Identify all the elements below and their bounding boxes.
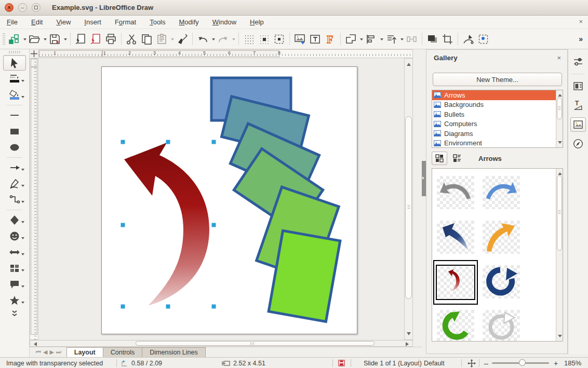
- distribute-button[interactable]: [405, 32, 419, 47]
- scroll-up-icon[interactable]: [407, 61, 411, 66]
- gallery-close-icon[interactable]: ×: [557, 54, 561, 62]
- print-button[interactable]: [104, 32, 118, 47]
- align-dropdown-caret[interactable]: [380, 38, 383, 42]
- window-maximize-button[interactable]: [32, 3, 41, 12]
- flowchart-caret[interactable]: [21, 269, 24, 273]
- vertical-ruler[interactable]: [30, 58, 38, 340]
- zoom-slider[interactable]: [492, 358, 549, 368]
- scroll-right-icon[interactable]: [406, 342, 411, 346]
- selection-handle[interactable]: [166, 305, 170, 309]
- horizontal-ruler[interactable]: 1 1 2 3 4 5 6 7 8: [38, 49, 413, 58]
- new-dropdown-caret[interactable]: [23, 38, 26, 42]
- menu-tools[interactable]: Tools: [143, 16, 172, 28]
- expand-toolbar-button[interactable]: [3, 309, 26, 318]
- ellipse-tool[interactable]: [3, 140, 26, 155]
- connectors-tool[interactable]: [3, 192, 26, 208]
- window-close-button[interactable]: ×: [5, 3, 14, 12]
- scroll-down-icon[interactable]: [407, 332, 411, 337]
- document-modified-icon[interactable]: [338, 358, 345, 368]
- stars-caret[interactable]: [21, 302, 24, 305]
- theme-backgrounds[interactable]: Backgrounds: [432, 100, 563, 110]
- undo-dropdown-caret[interactable]: [212, 38, 215, 42]
- clone-formatting-button[interactable]: [175, 32, 189, 47]
- symbol-shapes-tool[interactable]: [3, 228, 26, 244]
- theme-environment[interactable]: Environment: [432, 139, 563, 148]
- transformations-dropdown-caret[interactable]: [360, 38, 363, 42]
- fill-color-caret[interactable]: [21, 96, 24, 100]
- zoom-slider-track[interactable]: [492, 362, 549, 364]
- insert-line-tool[interactable]: [3, 107, 26, 123]
- paste-dropdown-caret[interactable]: [171, 38, 174, 42]
- export-pdf-button[interactable]: [89, 32, 103, 47]
- sidebar-tab-properties[interactable]: [570, 54, 586, 69]
- redo-dropdown-caret[interactable]: [232, 38, 235, 42]
- save-button[interactable]: [48, 32, 62, 47]
- curves-caret[interactable]: [21, 185, 24, 188]
- horizontal-scroll-thumb[interactable]: [136, 341, 375, 346]
- theme-list-scrollbar[interactable]: [556, 90, 563, 147]
- callouts-caret[interactable]: [21, 285, 24, 289]
- sidebar-tab-shapes[interactable]: T: [570, 98, 586, 113]
- selection-handle[interactable]: [166, 140, 170, 144]
- toolbar-grip[interactable]: [3, 33, 5, 45]
- menu-format[interactable]: Format: [108, 16, 143, 28]
- theme-computers[interactable]: Computers: [432, 119, 563, 129]
- copy-button[interactable]: [140, 32, 154, 47]
- block-arrows-caret[interactable]: [21, 253, 24, 257]
- selection-handle[interactable]: [212, 140, 216, 144]
- menu-view[interactable]: View: [49, 16, 77, 28]
- sidebar-splitter[interactable]: [422, 49, 426, 357]
- splitter-handle[interactable]: [422, 161, 426, 196]
- red-curved-arrow-image[interactable]: [124, 143, 209, 306]
- theme-diagrams[interactable]: Diagrams: [432, 129, 563, 139]
- sidebar-tab-page[interactable]: [570, 79, 586, 93]
- tab-dimension-lines[interactable]: Dimension Lines: [142, 347, 205, 357]
- arrange-dropdown-caret[interactable]: [400, 38, 404, 42]
- zoom-slider-thumb[interactable]: [519, 359, 526, 366]
- helplines-button[interactable]: [272, 32, 286, 47]
- fill-color-tool[interactable]: [3, 87, 26, 103]
- arrange-button[interactable]: [384, 32, 398, 47]
- redo-button[interactable]: [216, 32, 230, 47]
- new-theme-button[interactable]: New Theme...: [433, 73, 562, 86]
- symbol-shapes-caret[interactable]: [21, 237, 24, 241]
- insert-text-box-button[interactable]: [308, 32, 322, 47]
- scroll-up-icon[interactable]: [558, 92, 562, 97]
- stars-tool[interactable]: [3, 293, 26, 308]
- selection-handle[interactable]: [121, 305, 125, 309]
- menu-edit[interactable]: Edit: [24, 16, 49, 28]
- scroll-thumb[interactable]: [557, 98, 562, 119]
- open-button[interactable]: [28, 32, 42, 47]
- snap-to-grid-button[interactable]: [257, 32, 271, 47]
- new-drawing-button[interactable]: [7, 32, 21, 47]
- gallery-item-orange-curved-arrow[interactable]: [479, 215, 524, 259]
- lines-and-arrows-tool[interactable]: [3, 160, 26, 175]
- canvas-viewport[interactable]: [38, 58, 413, 340]
- detailed-view-button[interactable]: [449, 152, 465, 165]
- drawing-toolbar-grip[interactable]: [9, 51, 20, 53]
- gallery-item-green-circular-arrow[interactable]: [433, 305, 478, 342]
- export-button[interactable]: [74, 32, 88, 47]
- last-page-button[interactable]: ⏭: [56, 349, 61, 356]
- open-dropdown-caret[interactable]: [44, 38, 47, 42]
- basic-shapes-caret[interactable]: [21, 221, 24, 225]
- fontwork-button[interactable]: F: [323, 32, 337, 47]
- drawing-page[interactable]: [101, 66, 357, 334]
- block-arrows-tool[interactable]: [3, 244, 26, 260]
- sidebar-tab-gallery[interactable]: [570, 117, 586, 132]
- transformations-button[interactable]: [344, 32, 358, 47]
- gallery-item-outline-circular-arrow[interactable]: [479, 305, 524, 342]
- paste-button[interactable]: [155, 32, 169, 47]
- curves-tool[interactable]: [3, 176, 26, 192]
- selection-handle[interactable]: [121, 140, 125, 144]
- basic-shapes-tool[interactable]: [3, 212, 26, 228]
- tab-controls[interactable]: Controls: [103, 347, 143, 357]
- tab-layout[interactable]: Layout: [66, 347, 103, 357]
- undo-button[interactable]: [196, 32, 210, 47]
- selection-handle[interactable]: [212, 223, 216, 227]
- zoom-in-button[interactable]: +: [554, 358, 558, 368]
- page-style[interactable]: Default: [424, 358, 445, 368]
- gallery-scrollbar[interactable]: [556, 169, 563, 341]
- gallery-item-red-curved-arrow[interactable]: [433, 260, 478, 305]
- shadow-button[interactable]: [425, 32, 439, 47]
